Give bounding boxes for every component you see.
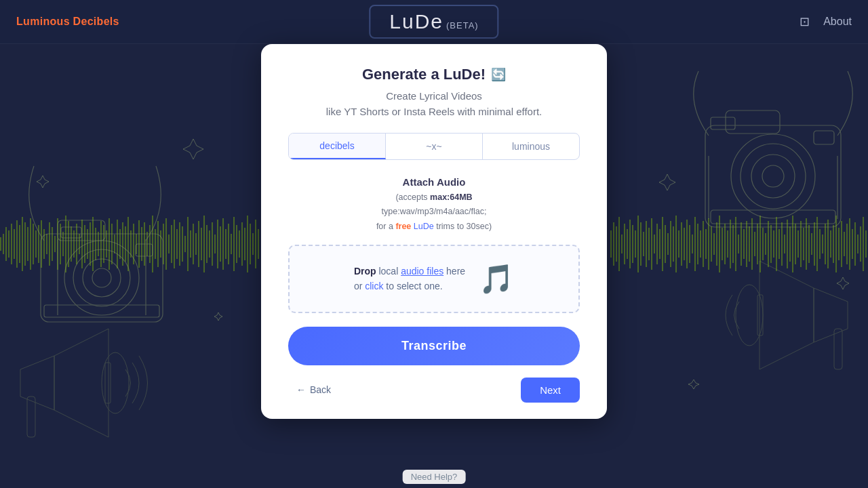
logo-main-text: LuDe [389, 10, 443, 33]
main-card: Generate a LuDe! 🔄 Create Lyrical Videos… [261, 44, 607, 419]
svg-point-195 [83, 259, 121, 297]
brand-logo: Luminous Decibels [16, 16, 119, 28]
svg-rect-218 [834, 329, 842, 369]
nav-row: ← Back Next [288, 378, 580, 403]
svg-point-217 [736, 285, 763, 346]
about-link[interactable]: About [823, 16, 852, 28]
subtitle-line1: Create Lyrical Videos [386, 90, 482, 102]
svg-rect-205 [705, 125, 841, 227]
click-link[interactable]: click [365, 281, 383, 291]
fullscreen-icon: ⊡ [800, 15, 810, 28]
audio-section: Attach Audio (accepts max:64MB type:wav/… [288, 176, 580, 234]
app-logo: LuDe(BETA) [369, 5, 498, 39]
audio-file-icon: 🎵 [479, 262, 514, 296]
meta-line2: type:wav/mp3/m4a/aac/flac; [382, 207, 487, 216]
svg-rect-206 [726, 110, 780, 134]
tab-luminous[interactable]: luminous [483, 134, 579, 159]
svg-point-194 [73, 249, 130, 306]
svg-point-208 [741, 144, 806, 209]
need-help-section: Need Help? [403, 470, 466, 483]
card-subtitle: Create Lyrical Videos like YT Shorts or … [288, 89, 580, 119]
svg-point-210 [762, 165, 784, 187]
dropzone-local: local [378, 266, 401, 277]
svg-rect-216 [757, 295, 763, 336]
drop-word: Drop [354, 266, 376, 277]
transcribe-button[interactable]: Transcribe [288, 327, 580, 365]
svg-rect-202 [105, 363, 111, 403]
svg-rect-212 [711, 117, 735, 129]
dropzone-or: or [354, 281, 365, 291]
subtitle-line2: like YT Shorts or Insta Reels with minim… [326, 106, 542, 117]
navbar-right: ⊡ About [797, 12, 852, 32]
svg-rect-204 [27, 396, 35, 437]
dropzone-here: here [446, 266, 465, 277]
svg-point-196 [92, 268, 111, 287]
svg-point-193 [64, 241, 139, 315]
svg-rect-211 [814, 131, 834, 144]
meta-line3: for a free LuDe trims to 30sec) [376, 222, 492, 231]
navbar: Luminous Decibels LuDe(BETA) ⊡ About [0, 0, 868, 44]
back-button[interactable]: ← Back [288, 379, 339, 401]
refresh-icon[interactable]: 🔄 [491, 67, 506, 82]
logo-beta-text: (BETA) [446, 20, 479, 30]
svg-point-209 [751, 155, 795, 198]
svg-rect-215 [711, 210, 835, 224]
attach-audio-label: Attach Audio [288, 176, 580, 188]
audio-files-link: audio files [401, 266, 443, 277]
tab-tilde[interactable]: ~x~ [386, 134, 483, 159]
audio-meta: (accepts max:64MB type:wav/mp3/m4a/aac/f… [288, 190, 580, 234]
svg-point-207 [731, 134, 815, 218]
next-button[interactable]: Next [521, 378, 580, 403]
svg-rect-191 [41, 234, 163, 322]
app-logo-center: LuDe(BETA) [369, 5, 498, 39]
back-label: Back [310, 384, 331, 395]
svg-point-203 [102, 352, 129, 413]
back-arrow-icon: ← [296, 384, 306, 395]
sketch-left [0, 44, 258, 488]
svg-rect-198 [61, 227, 81, 238]
file-dropzone[interactable]: Drop local audio files here or click to … [288, 245, 580, 313]
card-title-text: Generate a LuDe! [362, 66, 486, 83]
svg-rect-197 [136, 244, 153, 256]
dropzone-text: Drop local audio files here or click to … [354, 264, 465, 294]
svg-rect-95 [258, 229, 259, 259]
card-title-row: Generate a LuDe! 🔄 [288, 66, 580, 83]
meta-line1: (accepts max:64MB [395, 192, 472, 202]
need-help-link[interactable]: Need Help? [403, 470, 466, 484]
dropzone-select: to select one. [386, 281, 442, 291]
sketch-right [610, 44, 868, 488]
tabs-container: decibels ~x~ luminous [288, 133, 580, 160]
fullscreen-icon-button[interactable]: ⊡ [797, 12, 812, 32]
tab-decibels[interactable]: decibels [289, 134, 386, 159]
